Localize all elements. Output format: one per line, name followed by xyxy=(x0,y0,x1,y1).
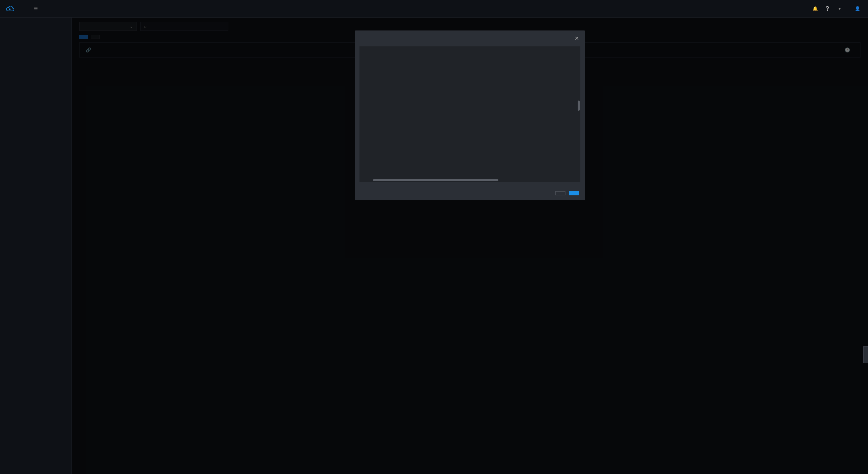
vertical-scrollbar[interactable] xyxy=(578,101,580,111)
help-button[interactable]: ❔ xyxy=(825,6,830,11)
modal-close-button[interactable]: ✕ xyxy=(575,35,579,42)
brand-logo[interactable] xyxy=(6,5,22,12)
chevron-down-icon: ▾ xyxy=(839,6,841,11)
notifications-button[interactable]: 🔔 xyxy=(812,6,818,11)
edit-modal: ✕ xyxy=(355,30,585,200)
cloud-icon xyxy=(6,5,15,12)
sidebar xyxy=(0,18,72,474)
cancel-button[interactable] xyxy=(555,191,565,195)
ok-button[interactable] xyxy=(569,191,579,195)
language-select[interactable]: ▾ xyxy=(837,6,841,11)
divider xyxy=(848,5,848,12)
main-content: ⌄ ⌕ 🔗 🕑 xyxy=(72,18,868,474)
bell-icon: 🔔 xyxy=(812,6,818,11)
code-body[interactable] xyxy=(366,46,580,182)
code-editor[interactable] xyxy=(359,46,580,182)
feedback-tab[interactable] xyxy=(863,346,868,363)
user-menu[interactable]: 👤 xyxy=(855,6,862,11)
modal-overlay[interactable]: ✕ xyxy=(72,18,868,474)
horizontal-scrollbar[interactable] xyxy=(373,179,498,181)
user-icon: 👤 xyxy=(855,6,860,11)
svg-point-0 xyxy=(9,8,11,10)
sidebar-collapse-icon[interactable]: ☰ xyxy=(34,6,38,11)
line-gutter xyxy=(359,46,366,182)
help-icon: ❔ xyxy=(825,6,830,11)
app-header: ☰ 🔔 ❔ ▾ 👤 xyxy=(0,0,868,18)
